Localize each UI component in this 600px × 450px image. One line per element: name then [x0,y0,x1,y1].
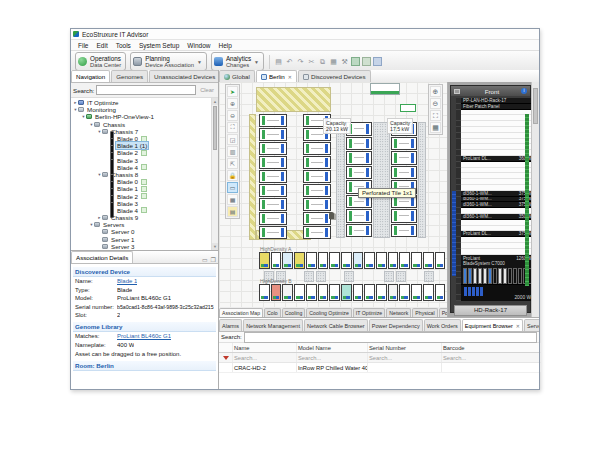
map-rack[interactable] [388,284,399,301]
tab-server-discoveries[interactable]: Server Discoveries [524,319,539,331]
tab-network-cable-browser[interactable]: Network Cable Browser [304,319,368,331]
map-rack[interactable] [306,252,317,269]
map-rack[interactable] [303,184,331,197]
tab-navigation[interactable]: Navigation [71,70,110,82]
map-rack[interactable] [259,212,287,225]
tree-item-chassis-7[interactable]: ▾Chassis 7 [71,128,218,135]
power-view-tool-icon[interactable]: ▤ [227,206,238,217]
perspective-planning[interactable]: PlanningDevice Association▼ [130,52,207,71]
map-rack[interactable] [303,170,331,183]
tree-item-server-1[interactable]: Server 1 [71,236,218,243]
tree-item-chassis-8[interactable]: ▾Chassis 8 [71,171,218,178]
map-rack[interactable] [435,252,446,269]
filter-funnel-icon[interactable] [223,356,229,360]
map-rack[interactable] [259,226,287,239]
rack-pdu-left[interactable] [452,191,456,276]
table-row[interactable]: CRAC-HD-2InRow RP Chilled Water 400 V [219,363,539,373]
perforated-tile[interactable] [344,271,354,282]
grid-view-icon[interactable]: ▦ [430,122,441,133]
cut-icon[interactable]: ✂ [307,57,316,66]
menu-window[interactable]: Window [183,42,214,49]
map-rack[interactable] [271,284,282,301]
close-icon[interactable]: ✕ [288,74,292,80]
unplaced-equipment[interactable] [400,104,416,112]
map-rack[interactable] [353,252,364,269]
tab-power-dependency[interactable]: Power Dependency [369,319,423,331]
map-rack[interactable] [303,156,331,169]
map-rack[interactable] [303,212,331,225]
map-rack[interactable] [346,166,372,180]
tree-item-blade-2[interactable]: Blade 2 [71,149,218,156]
map-rack[interactable] [259,198,287,211]
layer-tab-network[interactable]: Network [386,308,411,317]
blade-slot[interactable] [493,268,497,284]
map-rack[interactable] [391,224,417,238]
map-rack[interactable] [329,252,340,269]
menu-tools[interactable]: Tools [112,42,135,49]
blade-slot[interactable] [508,268,512,284]
zoom-in-icon[interactable]: ⊕ [430,86,441,97]
map-rack[interactable] [411,252,422,269]
blade-slot[interactable] [468,268,472,284]
layer-tab-cooling-optimize[interactable]: Cooling Optimize [306,308,352,317]
map-rack[interactable] [353,284,364,301]
layer-tab-association-map[interactable]: Association Map [219,308,263,317]
layer-tab-cooling[interactable]: Cooling [282,308,306,317]
tree-item-blade-3[interactable]: Blade 3 [71,157,218,164]
map-rack[interactable] [306,284,317,301]
tree-scrollbar[interactable]: ▲ ▼ [211,98,218,250]
map-rack[interactable] [346,137,372,151]
info-icon[interactable]: i [521,88,527,94]
tree-item-blade-4[interactable]: Blade 4 [71,207,218,214]
rack-view-tool-icon[interactable]: ▥ [227,146,238,157]
layout-blue-icon[interactable] [373,57,382,66]
map-rack[interactable] [391,209,417,223]
zoom-fit-icon[interactable]: ⛶ [430,110,441,121]
map-rack[interactable] [423,284,434,301]
tree-item-chassis[interactable]: ▾Chassis [71,121,218,128]
map-rack[interactable] [259,170,287,183]
perspective-operations[interactable]: OperationsData Center [75,52,126,71]
floor-plan-map[interactable]: Capacity 20.13 kWCapacity 17.5 kWHighDen… [219,82,448,307]
tab-discovered-devices[interactable]: Discovered Devices [298,70,371,82]
rack-scrollbar[interactable] [531,82,539,317]
tree-item-servers[interactable]: ▾Servers [71,221,218,228]
tree-item-berlin-hp-oneview-1[interactable]: ▾Berlin-HP-OneView-1 [71,113,218,120]
menu-file[interactable]: File [74,42,92,49]
equipment-search-input[interactable] [244,332,537,343]
map-rack[interactable] [435,284,446,301]
zoom-out-icon[interactable]: ⊖ [430,98,441,109]
map-rack[interactable] [346,209,372,223]
perforated-tile[interactable] [396,271,406,282]
measure-tool-icon[interactable]: ⇱ [227,158,238,169]
layout-grid-icon[interactable] [362,57,371,66]
tab-network-management[interactable]: Network Management [243,319,303,331]
tree-search-input[interactable] [96,85,196,95]
rack-unit-blade-chassis[interactable]: ProLiant1260 WBladeSystem C7000 [461,255,534,285]
map-rack[interactable] [341,252,352,269]
map-rack[interactable] [259,142,287,155]
map-rack[interactable] [303,198,331,211]
field-value-link[interactable]: ProLiant BL460c G1 [117,332,171,341]
select-mode-icon[interactable]: ▭ [227,182,238,193]
map-rack[interactable] [391,137,417,151]
map-rack[interactable] [376,284,387,301]
map-rack[interactable] [259,252,270,269]
maximize-icon[interactable]: ❐ [211,256,216,263]
tree-item-blade-3[interactable]: Blade 3 [71,200,218,207]
tab-work-orders[interactable]: Work Orders [424,319,461,331]
clear-search-button[interactable]: Clear [198,87,216,93]
layer-tab-physical[interactable]: Physical [412,308,437,317]
layer-tab-power[interactable]: Power [439,308,448,317]
tab-alarms[interactable]: Alarms [219,319,242,331]
blade-slot[interactable] [478,268,482,284]
map-rack[interactable] [399,284,410,301]
tree-item-server-0[interactable]: Server 0 [71,228,218,235]
map-rack[interactable] [303,142,331,155]
blade-slot[interactable] [463,268,467,284]
map-rack[interactable] [391,151,417,165]
map-rack[interactable] [259,284,270,301]
blade-slot[interactable] [473,268,477,284]
tab-unassociated-devices[interactable]: Unassociated Devices [149,70,218,82]
map-rack[interactable] [318,252,329,269]
